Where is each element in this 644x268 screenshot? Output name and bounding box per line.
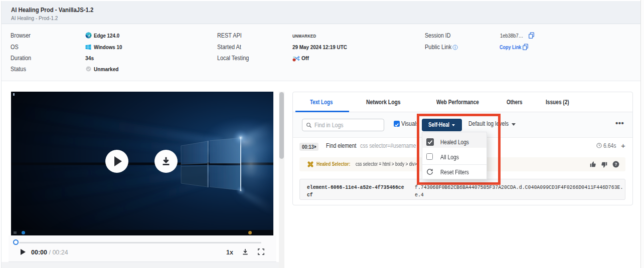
svg-text:?: ? [615, 162, 617, 167]
